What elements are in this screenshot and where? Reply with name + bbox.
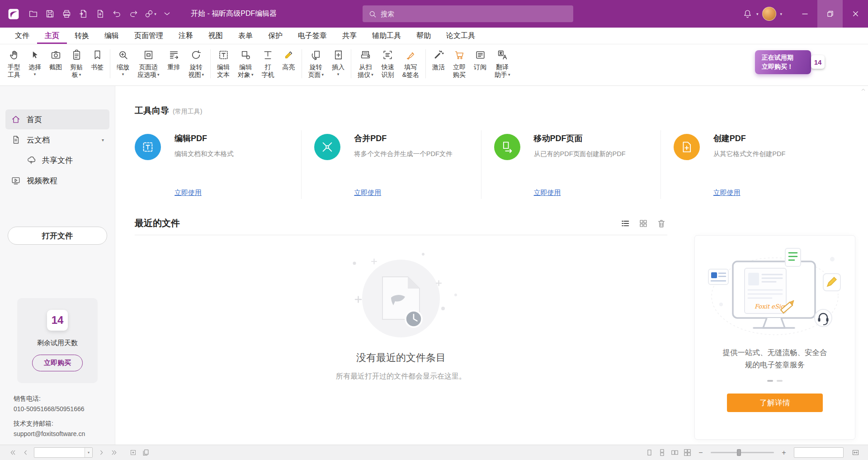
redo-icon[interactable] <box>125 5 142 22</box>
user-avatar[interactable] <box>762 7 776 21</box>
menu-item[interactable]: 辅助工具 <box>364 28 409 44</box>
ribbon-item-rotate-view[interactable]: 旋转视图▾ <box>184 48 208 78</box>
search-box[interactable] <box>363 5 573 22</box>
print-icon[interactable] <box>58 5 75 22</box>
ribbon-item-bookmark[interactable]: 书签 <box>87 48 108 71</box>
zoom-value-box[interactable] <box>794 447 844 458</box>
menu-item[interactable]: 论文工具 <box>439 28 483 44</box>
menu-item[interactable]: 编辑 <box>97 28 127 44</box>
buy-now-button[interactable]: 立即购买 <box>32 355 83 371</box>
page-number-box[interactable]: ▾ <box>34 447 93 458</box>
quick-tools-icon[interactable]: ▾ <box>142 5 159 22</box>
ribbon-item-select[interactable]: 选择▾ <box>24 48 45 76</box>
page-number-input[interactable] <box>34 449 85 456</box>
use-now-link[interactable]: 立即使用 <box>534 189 561 197</box>
sidebar-item-cloud-doc[interactable]: 云文档▾ <box>5 130 109 150</box>
zoom-out-button[interactable]: − <box>695 447 706 458</box>
open-file-button[interactable]: 打开文件 <box>8 227 107 245</box>
tool-card[interactable]: 合并PDF将多个文件合并生成一个PDF文件立即使用 <box>301 130 481 199</box>
list-view-icon[interactable] <box>619 218 631 229</box>
menu-item[interactable]: 主页 <box>37 28 67 44</box>
folder-open-icon[interactable] <box>25 5 42 22</box>
ribbon-item-clipboard[interactable]: 剪贴板▾ <box>66 48 87 78</box>
ribbon-item-ocr[interactable]: 快速识别 <box>377 48 398 78</box>
menu-item[interactable]: 页面管理 <box>127 28 171 44</box>
menu-item[interactable]: 转换 <box>67 28 97 44</box>
chevron-down-icon[interactable]: ▾ <box>102 138 104 142</box>
undo-icon[interactable] <box>108 5 125 22</box>
restore-button[interactable] <box>817 0 843 28</box>
search-input[interactable] <box>381 10 567 18</box>
menu-item[interactable]: 保护 <box>260 28 290 44</box>
ribbon-item-camera[interactable]: 截图 <box>45 48 66 71</box>
ribbon-item-scanner[interactable]: 从扫描仪▾ <box>354 48 377 78</box>
ribbon-item-zoom[interactable]: 缩放▾ <box>113 48 133 76</box>
menu-item[interactable]: 帮助 <box>409 28 439 44</box>
prev-page-icon[interactable] <box>19 447 32 459</box>
foxit-logo[interactable] <box>6 6 21 22</box>
create-doc-icon[interactable] <box>92 5 108 22</box>
ribbon-item-edit-text[interactable]: 编辑文本 <box>213 48 234 78</box>
ribbon-item-rotate-pages[interactable]: 旋转页面▾ <box>304 48 328 78</box>
snapshot-icon[interactable] <box>127 447 139 459</box>
ribbon-item-subscribe[interactable]: 订阅 <box>470 48 491 71</box>
trash-icon[interactable] <box>656 218 667 229</box>
page-dropdown-caret-icon[interactable]: ▾ <box>85 448 92 457</box>
sidebar-item-share-cloud[interactable]: 共享文件 <box>5 150 109 170</box>
zoom-slider-thumb[interactable] <box>737 449 741 456</box>
zoom-in-button[interactable]: + <box>778 447 789 458</box>
use-now-link[interactable]: 立即使用 <box>713 189 741 197</box>
last-page-icon[interactable] <box>108 447 120 459</box>
menu-item[interactable]: 注释 <box>171 28 201 44</box>
zoom-slider[interactable] <box>711 452 774 453</box>
account-caret-icon[interactable]: ▾ <box>780 12 782 16</box>
continuous-page-icon[interactable] <box>656 447 668 459</box>
fit-width-icon[interactable] <box>849 447 862 459</box>
ribbon-item-translate[interactable]: 翻译助手▾ <box>491 48 514 78</box>
continuous-facing-icon[interactable] <box>681 447 693 459</box>
trial-banner[interactable]: 正在试用期 立即购买！ 14 <box>755 50 811 74</box>
copy-page-icon[interactable] <box>139 447 152 459</box>
ribbon-item-insert[interactable]: 插入▾ <box>328 48 349 76</box>
tool-card[interactable]: 编辑PDF编辑文档和文本格式立即使用 <box>135 130 301 199</box>
menu-item[interactable]: 视图 <box>201 28 231 44</box>
ribbon-item-activate[interactable]: 激活 <box>428 48 449 71</box>
close-button[interactable] <box>843 0 868 28</box>
collapse-ribbon-icon[interactable] <box>159 5 175 22</box>
minimize-button[interactable] <box>792 0 817 28</box>
menu-item[interactable]: 共享 <box>335 28 364 44</box>
use-now-link[interactable]: 立即使用 <box>175 189 202 197</box>
ribbon-item-typewriter[interactable]: 打字机 <box>258 48 278 78</box>
ribbon-item-cart[interactable]: 立即购买 <box>449 48 470 78</box>
single-page-icon[interactable] <box>643 447 656 459</box>
ribbon-item-highlight[interactable]: 高亮 <box>278 48 299 71</box>
ribbon-item-reflow[interactable]: 重排 <box>164 48 184 71</box>
support-email-value[interactable]: support@foxitsoftware.cn <box>14 430 115 437</box>
menu-item[interactable]: 表单 <box>231 28 260 44</box>
ribbon-item-hand[interactable]: 手型工具 <box>4 48 24 78</box>
tool-card[interactable]: 移动PDF页面从已有的PDF页面创建新的PDF立即使用 <box>481 130 660 199</box>
scrollbar-up-icon[interactable] <box>860 87 866 93</box>
ribbon-item-fill-sign[interactable]: 填写&签名 <box>398 48 423 78</box>
ribbon-item-edit-object[interactable]: 编辑对象▾ <box>234 48 258 78</box>
menu-item[interactable]: 电子签章 <box>290 28 335 44</box>
sidebar-item-home[interactable]: 首页 <box>5 109 109 129</box>
subscribe-icon <box>475 48 486 61</box>
notifications-bell-button[interactable] <box>739 5 756 22</box>
carousel-dot[interactable] <box>767 380 773 382</box>
ribbon-item-page-fit[interactable]: 页面适应选项▾ <box>133 48 164 78</box>
zoom-value-input[interactable] <box>794 449 843 456</box>
first-page-icon[interactable] <box>6 447 19 459</box>
save-icon[interactable] <box>42 5 58 22</box>
learn-more-button[interactable]: 了解详情 <box>727 394 823 412</box>
use-now-link[interactable]: 立即使用 <box>354 189 381 197</box>
carousel-dot[interactable] <box>777 380 783 382</box>
facing-page-icon[interactable] <box>668 447 681 459</box>
notifications-caret-icon[interactable]: ▾ <box>756 12 759 16</box>
sidebar-item-video[interactable]: 视频教程 <box>5 171 109 190</box>
export-doc-icon[interactable] <box>75 5 92 22</box>
menu-item[interactable]: 文件 <box>7 28 37 44</box>
tool-card[interactable]: 创建PDF从其它格式文件创建PDF立即使用 <box>660 130 840 199</box>
next-page-icon[interactable] <box>95 447 108 459</box>
grid-view-icon[interactable] <box>637 218 649 229</box>
